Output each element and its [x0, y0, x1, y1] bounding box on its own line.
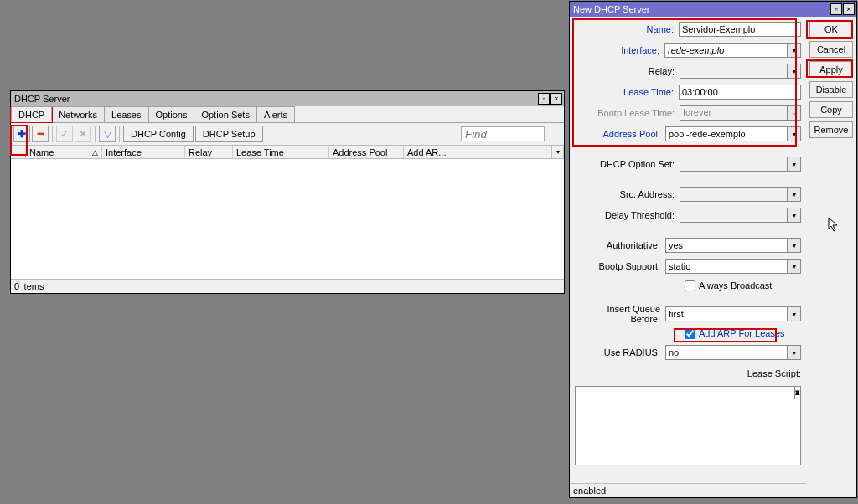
- cancel-button[interactable]: Cancel: [809, 41, 853, 58]
- relay-field[interactable]: [680, 64, 788, 79]
- dropdown-icon[interactable]: ▾: [788, 306, 801, 321]
- dropdown-icon[interactable]: ▾: [788, 126, 801, 141]
- address-pool-label: Address Pool:: [575, 129, 665, 139]
- dhcp-option-set-label: DHCP Option Set:: [575, 159, 680, 169]
- src-address-label: Src. Address:: [575, 189, 680, 199]
- bootp-support-label: Bootp Support:: [575, 261, 665, 271]
- minimize-icon[interactable]: ▫: [830, 3, 842, 15]
- lease-script-label: Lease Script:: [747, 368, 801, 378]
- name-label: Name:: [575, 24, 679, 34]
- dhcp-setup-button[interactable]: DHCP Setup: [195, 126, 263, 142]
- dhcp-statusbar: 0 items: [11, 279, 564, 293]
- always-broadcast-checkbox[interactable]: [685, 280, 695, 291]
- add-arp-checkbox[interactable]: [685, 328, 695, 339]
- lease-time-field[interactable]: [679, 85, 801, 100]
- close-icon[interactable]: ×: [550, 93, 562, 105]
- divider: [95, 126, 96, 142]
- tab-alerts[interactable]: Alerts: [256, 106, 295, 122]
- expand-icon[interactable]: ▾: [788, 64, 801, 79]
- copy-button[interactable]: Copy: [809, 101, 853, 118]
- disable-icon[interactable]: ✕: [75, 126, 91, 142]
- dialog-titlebar[interactable]: New DHCP Server ▫ ×: [570, 2, 856, 17]
- use-radius-label: Use RADIUS:: [575, 347, 665, 357]
- bootp-lease-field[interactable]: forever: [680, 105, 788, 121]
- new-dhcp-server-dialog[interactable]: New DHCP Server ▫ × Name: Interface: ▾ R…: [569, 1, 857, 498]
- tab-options[interactable]: Options: [148, 106, 195, 122]
- authoritative-field[interactable]: [665, 238, 788, 253]
- dropdown-icon[interactable]: ▾: [788, 238, 801, 253]
- filter-icon[interactable]: ▽: [99, 126, 116, 142]
- dropdown-icon[interactable]: ▾: [788, 259, 801, 274]
- remove-button[interactable]: Remove: [809, 121, 853, 138]
- relay-label: Relay:: [575, 66, 680, 76]
- col-lease-time[interactable]: Lease Time: [233, 146, 329, 158]
- divider: [119, 126, 120, 142]
- name-field[interactable]: [679, 22, 801, 37]
- expand-icon[interactable]: ▾: [788, 208, 801, 223]
- interface-label: Interface:: [575, 45, 664, 55]
- add-button[interactable]: ✚: [13, 126, 30, 142]
- disable-button[interactable]: Disable: [809, 81, 853, 98]
- always-broadcast-label: Always Broadcast: [699, 280, 772, 291]
- remove-button[interactable]: ━: [32, 126, 49, 142]
- dialog-status: enabled: [570, 483, 806, 497]
- apply-button[interactable]: Apply: [809, 61, 853, 78]
- add-arp-label: Add ARP For Leases: [699, 328, 785, 338]
- interface-field[interactable]: [664, 43, 788, 58]
- minimize-icon[interactable]: ▫: [538, 93, 550, 105]
- dropdown-icon[interactable]: ▾: [788, 345, 801, 360]
- dhcp-config-button[interactable]: DHCP Config: [123, 126, 194, 142]
- tab-dhcp[interactable]: DHCP: [11, 106, 52, 122]
- use-radius-field[interactable]: [665, 345, 788, 360]
- col-relay[interactable]: Relay: [185, 146, 233, 158]
- dhcp-server-window[interactable]: DHCP Server ▫ × DHCP Networks Leases Opt…: [10, 90, 565, 294]
- lease-script-field[interactable]: ▴ ▾: [575, 386, 801, 465]
- col-flag[interactable]: [11, 146, 26, 158]
- script-down-icon[interactable]: ▾: [794, 387, 800, 399]
- ok-button[interactable]: OK: [809, 21, 853, 38]
- always-broadcast-check[interactable]: Always Broadcast: [685, 279, 801, 292]
- dhcp-window-titlebar[interactable]: DHCP Server ▫ ×: [11, 91, 564, 106]
- col-add-arp[interactable]: Add AR...▾: [404, 146, 564, 158]
- col-address-pool[interactable]: Address Pool: [329, 146, 404, 158]
- tab-networks[interactable]: Networks: [51, 106, 105, 122]
- delay-threshold-field[interactable]: [680, 208, 788, 223]
- delay-threshold-label: Delay Threshold:: [575, 210, 680, 220]
- grid-body[interactable]: [11, 159, 564, 279]
- expand-icon[interactable]: ▾: [788, 157, 801, 172]
- expand-icon[interactable]: ▾: [788, 187, 801, 202]
- bootp-support-field[interactable]: [665, 259, 788, 274]
- dialog-title: New DHCP Server: [573, 4, 830, 14]
- dhcp-toolbar: ✚ ━ ✓ ✕ ▽ DHCP Config DHCP Setup: [11, 123, 564, 145]
- find-input[interactable]: [461, 126, 545, 141]
- insert-queue-field[interactable]: [665, 306, 788, 321]
- authoritative-label: Authoritative:: [575, 240, 665, 250]
- add-arp-check[interactable]: Add ARP For Leases: [685, 327, 801, 340]
- bootp-lease-label: Bootp Lease Time:: [575, 108, 680, 118]
- dropdown-icon[interactable]: ▾: [788, 43, 801, 58]
- col-interface[interactable]: Interface: [102, 146, 185, 158]
- enable-icon[interactable]: ✓: [56, 126, 73, 142]
- insert-queue-label: Insert Queue Before:: [575, 304, 665, 324]
- dialog-side-buttons: OK Cancel Apply Disable Copy Remove: [806, 17, 856, 497]
- grid-header: Name△ Interface Relay Lease Time Address…: [11, 145, 564, 159]
- dialog-form: Name: Interface: ▾ Relay: ▾ Lease Time: …: [570, 17, 806, 497]
- tab-leases[interactable]: Leases: [104, 106, 148, 122]
- dhcp-window-title: DHCP Server: [14, 94, 537, 104]
- lease-time-label: Lease Time:: [575, 87, 679, 97]
- dhcp-option-set-field[interactable]: [680, 157, 788, 172]
- dropdown-icon[interactable]: ◂: [788, 105, 801, 121]
- divider: [52, 126, 53, 142]
- address-pool-field[interactable]: [665, 126, 788, 141]
- src-address-field[interactable]: [680, 187, 788, 202]
- col-name[interactable]: Name△: [26, 146, 102, 158]
- close-icon[interactable]: ×: [843, 3, 855, 15]
- tab-option-sets[interactable]: Option Sets: [194, 106, 256, 122]
- dhcp-tabs: DHCP Networks Leases Options Option Sets…: [11, 106, 564, 123]
